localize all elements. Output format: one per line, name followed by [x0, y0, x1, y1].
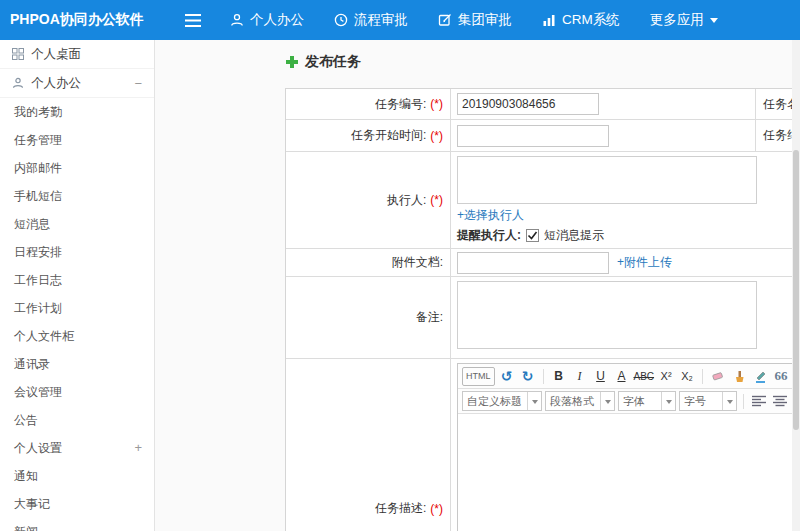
required-marker: (*)	[430, 502, 443, 516]
sidebar-item-label: 公告	[14, 406, 38, 434]
redo-button[interactable]: ↻	[519, 367, 537, 386]
paragraph-format-select[interactable]: 段落格式	[545, 391, 615, 411]
attachment-upload-link[interactable]: +附件上传	[617, 254, 672, 271]
sidebar-item-notice[interactable]: 通知	[0, 462, 154, 490]
nav-label: 个人办公	[250, 11, 304, 29]
scrollbar-thumb[interactable]	[793, 150, 799, 430]
nav-label: 流程审批	[354, 11, 408, 29]
sidebar-item-label: 手机短信	[14, 182, 62, 210]
sidebar-item-file-cabinet[interactable]: 个人文件柜	[0, 322, 154, 350]
sidebar: 个人桌面 个人办公 − 我的考勤 任务管理 内部邮件 手机短信 短消息 日程安排…	[0, 40, 155, 531]
font-size-select[interactable]: 字号	[679, 391, 737, 411]
subscript-button[interactable]: X₂	[678, 367, 696, 386]
sidebar-item-desktop[interactable]: 个人桌面	[0, 40, 154, 69]
nav-crm-system[interactable]: CRM系统	[527, 0, 635, 40]
remind-row: 提醒执行人: 短消息提示	[457, 227, 604, 244]
bold-button[interactable]: B	[550, 367, 568, 386]
sidebar-item-schedule[interactable]: 日程安排	[0, 238, 154, 266]
nav-personal-office[interactable]: 个人办公	[215, 0, 319, 40]
required-marker: (*)	[430, 129, 443, 143]
description-editor-area[interactable]	[458, 414, 794, 531]
sidebar-item-personal-office[interactable]: 个人办公 −	[0, 69, 154, 98]
sidebar-item-events[interactable]: 大事记	[0, 490, 154, 518]
nav-group-approval[interactable]: 集团审批	[423, 0, 527, 40]
nav-more-apps[interactable]: 更多应用	[635, 0, 733, 40]
person-icon	[12, 77, 24, 89]
required-marker: (*)	[430, 97, 443, 111]
italic-button[interactable]: I	[571, 367, 589, 386]
remind-executor-label: 提醒执行人:	[457, 227, 521, 244]
sidebar-item-mobile-sms[interactable]: 手机短信	[0, 182, 154, 210]
sidebar-item-label: 通知	[14, 462, 38, 490]
collapse-icon[interactable]: −	[134, 76, 142, 91]
edit-square-icon	[438, 13, 452, 27]
remark-textarea[interactable]	[457, 281, 757, 349]
app-logo[interactable]: PHPOA协同办公软件	[0, 11, 155, 29]
nav-label: 集团审批	[458, 11, 512, 29]
blockquote-button[interactable]: 66	[772, 367, 790, 386]
sidebar-item-news[interactable]: 新闻	[0, 518, 154, 531]
select-caret-icon	[661, 392, 675, 410]
grid-icon	[12, 48, 24, 60]
underline-button[interactable]: U	[592, 367, 610, 386]
font-family-select[interactable]: 字体	[618, 391, 676, 411]
sidebar-item-label: 个人文件柜	[14, 322, 74, 350]
top-nav: 个人办公 流程审批 集团审批 CRM系统 更多应用	[215, 0, 733, 40]
form-row-executor: 执行人: (*) +选择执行人 提醒执行人: 短消息提示	[286, 151, 800, 248]
sidebar-item-label: 我的考勤	[14, 98, 62, 126]
highlight-pen-icon[interactable]	[751, 367, 769, 386]
bar-chart-icon	[542, 13, 556, 27]
editor-toolbar-row1: HTML ↺ ↻ B I U A ABC X² X₂	[458, 364, 794, 389]
html-source-button[interactable]: HTML	[462, 367, 495, 386]
eraser-icon[interactable]	[709, 367, 727, 386]
expand-icon[interactable]: +	[134, 434, 142, 462]
page-title: 发布任务	[305, 53, 361, 71]
form-row-description: 任务描述: (*) HTML ↺ ↻ B I U A ABC	[286, 358, 800, 531]
superscript-button[interactable]: X²	[657, 367, 675, 386]
nav-workflow-approval[interactable]: 流程审批	[319, 0, 423, 40]
remark-label: 备注:	[286, 277, 451, 358]
sms-checkbox-checked-icon[interactable]	[526, 229, 539, 242]
choose-executor-link[interactable]: +选择执行人	[457, 207, 524, 224]
align-left-icon[interactable]	[750, 392, 768, 411]
task-number-input[interactable]	[457, 93, 599, 115]
editor-toolbar-row2: 自定义标题 段落格式 字体 字号	[458, 389, 794, 414]
attachment-input[interactable]	[457, 252, 609, 274]
sidebar-item-work-plan[interactable]: 工作计划	[0, 294, 154, 322]
sidebar-item-label: 个人桌面	[31, 46, 81, 63]
toolbar-separator	[702, 369, 703, 384]
main-content: 发布任务 任务编号: (*) 任务名称: (*) 任务开始时间: (*)	[155, 40, 800, 531]
strikethrough-button[interactable]: ABC	[634, 367, 655, 386]
sidebar-item-label: 工作计划	[14, 294, 62, 322]
select-caret-icon	[722, 392, 736, 410]
sidebar-item-work-log[interactable]: 工作日志	[0, 266, 154, 294]
rich-text-editor: HTML ↺ ↻ B I U A ABC X² X₂	[457, 363, 795, 531]
executor-textarea[interactable]	[457, 156, 757, 204]
nav-label: CRM系统	[562, 11, 620, 29]
sidebar-item-meeting[interactable]: 会议管理	[0, 378, 154, 406]
sidebar-item-announcement[interactable]: 公告	[0, 406, 154, 434]
custom-title-select[interactable]: 自定义标题	[462, 391, 542, 411]
undo-button[interactable]: ↺	[498, 367, 516, 386]
sidebar-item-short-message[interactable]: 短消息	[0, 210, 154, 238]
start-time-input[interactable]	[457, 125, 609, 147]
sidebar-item-label: 任务管理	[14, 126, 62, 154]
align-center-icon[interactable]	[771, 392, 789, 411]
form-row-attachment: 附件文档: +附件上传	[286, 248, 800, 276]
font-style-button[interactable]: A	[613, 367, 631, 386]
nav-label: 更多应用	[650, 11, 704, 29]
sidebar-item-label: 新闻	[14, 518, 38, 531]
sidebar-item-contacts[interactable]: 通讯录	[0, 350, 154, 378]
sidebar-item-label: 日程安排	[14, 238, 62, 266]
clock-icon	[334, 13, 348, 27]
vertical-scrollbar[interactable]	[792, 40, 800, 531]
task-number-label: 任务编号: (*)	[286, 89, 451, 119]
sidebar-item-internal-mail[interactable]: 内部邮件	[0, 154, 154, 182]
sidebar-item-task-manage[interactable]: 任务管理	[0, 126, 154, 154]
sidebar-item-attendance[interactable]: 我的考勤	[0, 98, 154, 126]
form-row-start-time: 任务开始时间: (*) 任务结束时间: (*)	[286, 119, 800, 151]
format-brush-icon[interactable]	[730, 367, 748, 386]
menu-toggle-icon[interactable]	[185, 14, 201, 27]
caret-down-icon	[710, 18, 718, 27]
sidebar-item-settings[interactable]: 个人设置 +	[0, 434, 154, 462]
